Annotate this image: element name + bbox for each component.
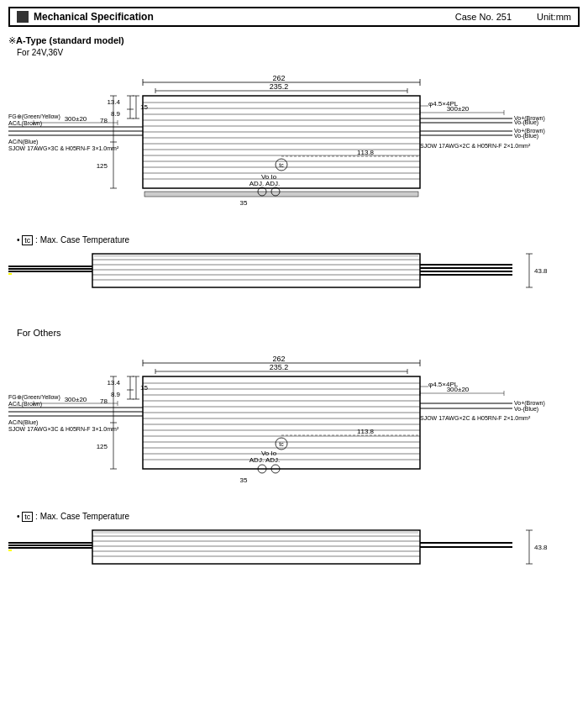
svg-rect-76: [92, 254, 420, 287]
title-text: Mechanical Specification: [34, 11, 154, 23]
page: Mechanical Specification Case No. 251 Un…: [0, 0, 588, 705]
svg-rect-172: [94, 530, 418, 534]
for-others-label: For Others: [17, 328, 580, 338]
svg-text:78: 78: [100, 117, 108, 124]
svg-text:8.9: 8.9: [111, 391, 121, 398]
svg-text:SJOW 17AWG×2C & H05RN-F 2×1.0m: SJOW 17AWG×2C & H05RN-F 2×1.0mm²: [420, 415, 531, 421]
svg-text:125: 125: [97, 162, 108, 170]
svg-text:235.2: 235.2: [270, 82, 289, 91]
svg-text:113.8: 113.8: [357, 428, 375, 435]
diagram-others-top: 262 235.2 13.4 8.9 15 φ4.5×4PL: [8, 345, 580, 508]
svg-text:AC/L(Brown): AC/L(Brown): [8, 120, 42, 127]
note-a: • tc : Max. Case Temperature: [17, 235, 580, 245]
svg-rect-82: [94, 254, 418, 257]
svg-text:78: 78: [100, 397, 108, 405]
svg-rect-95: [143, 376, 420, 469]
svg-text:tc: tc: [279, 441, 284, 447]
svg-text:43.8: 43.8: [534, 544, 548, 551]
svg-text:300±20: 300±20: [65, 396, 87, 403]
svg-text:300±20: 300±20: [65, 115, 87, 123]
note-text: : Max. Case Temperature: [35, 235, 129, 245]
header-title: Mechanical Specification: [17, 11, 154, 23]
svg-text:125: 125: [97, 443, 108, 450]
tc-symbol-others: tc: [22, 512, 33, 522]
svg-text:SJOW 17AWG×3C & H05RN-F 3×1.0m: SJOW 17AWG×3C & H05RN-F 3×1.0mm²: [8, 145, 119, 151]
header: Mechanical Specification Case No. 251 Un…: [8, 7, 580, 27]
svg-text:ADJ. ADJ.: ADJ. ADJ.: [249, 456, 280, 464]
unit: Unit:mm: [537, 12, 571, 22]
note-others: • tc : Max. Case Temperature: [17, 512, 580, 521]
svg-text:35: 35: [240, 476, 248, 484]
section-a-for: For 24V,36V: [17, 48, 580, 57]
section-a-label: ※A-Type (standard model): [8, 35, 580, 46]
svg-text:15: 15: [140, 103, 148, 111]
case-no: Case No. 251: [455, 12, 512, 22]
svg-text:300±20: 300±20: [447, 105, 470, 113]
svg-text:FG⊕(Green/Yellow): FG⊕(Green/Yellow): [8, 394, 60, 401]
diagram-others-bottom: 43.8: [8, 526, 580, 589]
svg-text:FG⊕(Green/Yellow): FG⊕(Green/Yellow): [8, 113, 60, 120]
svg-text:SJOW 17AWG×3C & H05RN-F 3×1.0m: SJOW 17AWG×3C & H05RN-F 3×1.0mm²: [8, 426, 119, 432]
svg-text:235.2: 235.2: [270, 363, 289, 371]
svg-text:13.4: 13.4: [107, 379, 120, 387]
svg-text:13.4: 13.4: [107, 98, 120, 106]
svg-text:Vo-(Blue): Vo-(Blue): [514, 133, 538, 139]
note-text-others: : Max. Case Temperature: [35, 512, 129, 521]
svg-text:ADJ. ADJ.: ADJ. ADJ.: [249, 180, 280, 187]
svg-text:Vo-(Blue): Vo-(Blue): [514, 406, 538, 413]
svg-text:262: 262: [272, 355, 285, 363]
svg-text:AC/N(Blue): AC/N(Blue): [8, 419, 38, 426]
svg-text:113.8: 113.8: [357, 149, 375, 156]
svg-text:tc: tc: [279, 162, 284, 168]
diagram-a-bottom: 43.8: [8, 250, 580, 313]
diagram-a-top: 262 235.2 13.4 8.9 15 φ4.5×4PL: [8, 64, 580, 232]
header-right: Case No. 251 Unit:mm: [455, 12, 571, 22]
tc-symbol: tc: [22, 235, 33, 245]
header-icon: [17, 11, 29, 23]
svg-text:8.9: 8.9: [111, 110, 121, 118]
svg-text:SJOW 17AWG×2C & H05RN-F 2×1.0m: SJOW 17AWG×2C & H05RN-F 2×1.0mm²: [420, 143, 531, 149]
svg-rect-166: [92, 530, 420, 564]
svg-text:43.8: 43.8: [534, 267, 548, 275]
svg-text:15: 15: [140, 384, 148, 392]
svg-text:262: 262: [272, 74, 285, 82]
svg-text:AC/L(Brown): AC/L(Brown): [8, 401, 42, 408]
svg-text:AC/N(Blue): AC/N(Blue): [8, 139, 38, 145]
svg-rect-42: [144, 192, 418, 197]
svg-rect-0: [143, 96, 420, 188]
svg-text:300±20: 300±20: [447, 386, 470, 393]
svg-text:35: 35: [240, 199, 248, 207]
svg-text:Vo-(Blue): Vo-(Blue): [514, 119, 538, 126]
